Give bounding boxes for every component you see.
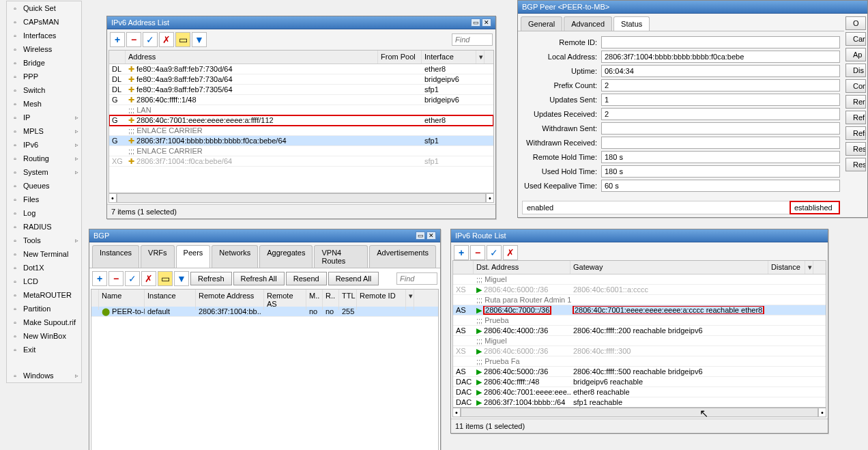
sidebar-item-dot1x[interactable]: ▫Dot1X [7,261,81,275]
sidebar-item-bridge[interactable]: ▫Bridge [7,56,81,70]
add-button[interactable]: + [110,32,125,47]
scroll-right-icon[interactable]: • [818,408,826,417]
sidebar-item-ip[interactable]: ▫IP▹ [7,111,81,124]
dropdown-icon[interactable]: ▾ [406,290,414,310]
sidebar-item-wireless[interactable]: ▫Wireless [7,42,81,56]
col-gateway[interactable]: Gateway [570,261,768,274]
sidebar-item-files[interactable]: ▫Files [7,193,81,206]
sidebar-item-ppp[interactable]: ▫PPP [7,70,81,83]
filter-button[interactable]: ▼ [192,32,207,47]
find-input[interactable] [452,33,493,46]
route-row[interactable]: AS▶ 2806:40c:5000::/362806:40c:ffff::500… [453,367,826,377]
side-button[interactable]: Ap [845,48,866,61]
route-row[interactable]: XS▶ 2806:40c:6000::/362806:40c:6001::a:c… [453,285,826,295]
sidebar-item-windows[interactable]: ▫Windows▹ [7,369,81,382]
col-from-pool[interactable]: From Pool [378,51,422,64]
enable-button[interactable]: ✓ [125,271,140,286]
tab-status[interactable]: Status [613,16,650,31]
sidebar-item-interfaces[interactable]: ▫Interfaces [7,29,81,42]
side-button[interactable]: Refre [845,126,866,140]
field-input[interactable] [601,151,840,163]
route-row[interactable]: AS▶ 2806:40c:4000::/362806:40c:ffff::200… [453,326,826,336]
minimize-icon[interactable]: ▭ [471,18,480,27]
comment-button[interactable]: ▭ [175,32,190,47]
address-row[interactable]: DL✚ fe80::4aa9:8aff:feb7:730a/64bridgeip… [109,74,493,85]
address-row[interactable]: G✚ 2806:40c:ffff::1/48bridgeipv6 [109,95,493,105]
add-button[interactable]: + [454,245,469,260]
window-titlebar[interactable]: BGP ▭ ✕ [89,229,440,242]
sidebar-item-system[interactable]: ▫System▹ [7,165,81,179]
sidebar-item-log[interactable]: ▫Log [7,206,81,220]
address-row[interactable]: G✚ 2806:3f7:1004:bbbb:bbbb:bbbb:f0ca:beb… [109,136,493,146]
col-remote-as[interactable]: Remote AS [264,290,306,310]
tab-general[interactable]: General [521,16,562,31]
col-interface[interactable]: Interface [422,51,476,64]
field-input[interactable] [601,137,840,149]
tab-networks[interactable]: Networks [212,245,258,268]
col-address[interactable]: Address [126,51,378,64]
tab-instances[interactable]: Instances [92,245,139,268]
tab-aggregates[interactable]: Aggregates [259,245,313,268]
address-row[interactable]: DL✚ fe80::4aa9:8aff:feb7:7305/64sfp1 [109,85,493,95]
enable-button[interactable]: ✓ [143,32,158,47]
dropdown-icon[interactable]: ▾ [805,261,813,274]
resend-all-button[interactable]: Resend All [328,272,379,285]
remove-button[interactable]: − [108,271,124,286]
close-icon[interactable]: ✕ [482,18,491,27]
route-row[interactable]: XS▶ 2806:40c:6000::/362806:40c:ffff::300 [453,346,826,356]
remove-button[interactable]: − [470,245,485,260]
refresh-all-button[interactable]: Refresh All [233,272,285,285]
h-scrollbar[interactable] [117,193,486,203]
address-row[interactable]: G✚ 2806:40c:7001:eeee:eeee:eeee:a:ffff/1… [109,115,493,126]
side-button[interactable]: O [845,16,866,30]
side-button[interactable]: Dis [845,64,866,77]
sidebar-item-new-terminal[interactable]: ▫New Terminal [7,247,81,261]
scroll-right-icon[interactable]: • [486,193,494,203]
comment-button[interactable]: ▭ [158,271,173,286]
sidebar-item-mesh[interactable]: ▫Mesh [7,97,81,111]
sidebar-item-lcd[interactable]: ▫LCD [7,275,81,288]
address-row[interactable]: XG✚ 2806:3f7:1004::f0ca:bebe/64sfp1 [109,156,493,167]
disable-button[interactable]: ✗ [503,245,518,260]
enable-button[interactable]: ✓ [487,245,502,260]
sidebar-item-capsman[interactable]: ▫CAPsMAN [7,15,81,29]
sidebar-item-switch[interactable]: ▫Switch [7,83,81,97]
sidebar-item-new-winbox[interactable]: ▫New WinBox [7,329,81,343]
minimize-icon[interactable]: ▭ [416,231,425,240]
sidebar-item-mpls[interactable]: ▫MPLS▹ [7,124,81,138]
sidebar-item-partition[interactable]: ▫Partition [7,302,81,315]
h-scrollbar[interactable] [461,408,818,417]
tab-vrfs[interactable]: VRFs [141,245,175,268]
field-input[interactable] [601,65,840,77]
refresh-button[interactable]: Refresh [190,272,232,285]
close-icon[interactable]: ✕ [426,231,436,240]
col-remote-id[interactable]: Remote ID [357,290,406,310]
sidebar-item-exit[interactable]: ▫Exit [7,343,81,356]
field-input[interactable] [601,122,840,135]
side-button[interactable]: Rer [845,95,866,109]
tab-advertisements[interactable]: Advertisements [369,245,436,268]
window-titlebar[interactable]: IPv6 Address List ▭ ✕ [107,16,495,29]
window-titlebar[interactable]: BGP Peer <PEER-to-MB> [518,1,867,14]
field-input[interactable] [601,36,840,48]
scroll-left-icon[interactable]: • [452,408,461,417]
route-row[interactable]: AS▶ 2806:40c:7000::/362806:40c:7001:eeee… [453,305,826,315]
side-button[interactable]: Rese [845,158,866,171]
sidebar-item-routing[interactable]: ▫Routing▹ [7,152,81,165]
scroll-left-icon[interactable]: • [108,193,117,203]
field-input[interactable] [601,180,840,192]
side-button[interactable]: Ref [845,111,866,124]
filter-button[interactable]: ▼ [174,271,189,286]
sidebar-item-ipv6[interactable]: ▫IPv6▹ [7,138,81,152]
window-titlebar[interactable]: IPv6 Route List [451,229,828,242]
tab-peers[interactable]: Peers [176,245,211,268]
route-row[interactable]: DAC▶ 2806:3f7:1004:bbbb::/64sfp1 reachab… [453,397,826,408]
route-row[interactable]: DAC▶ 2806:40c:7001:eeee:eee..ether8 reac… [453,387,826,397]
side-button[interactable]: Res [845,142,866,156]
sidebar-item-radius[interactable]: ▫RADIUS [7,220,81,234]
side-button[interactable]: Car [845,32,866,46]
resend-button[interactable]: Resend [286,272,327,285]
route-row[interactable]: DAC▶ 2806:40c:ffff::/48bridgeipv6 reacha… [453,377,826,387]
sidebar-item-tools[interactable]: ▫Tools▹ [7,234,81,247]
col-distance[interactable]: Distance [768,261,805,274]
